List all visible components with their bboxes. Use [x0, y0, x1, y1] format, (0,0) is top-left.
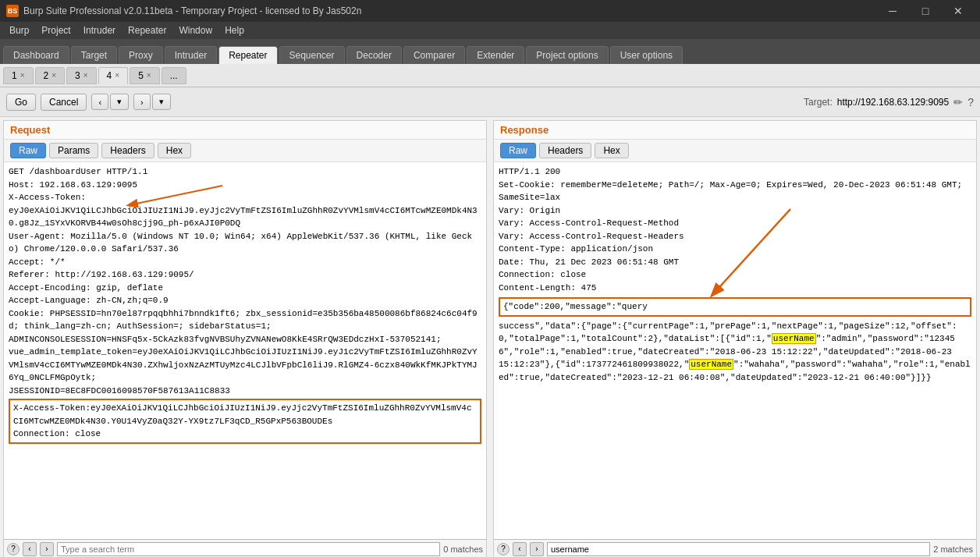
- close-tab-1-icon[interactable]: ×: [20, 71, 25, 80]
- titlebar: BS Burp Suite Professional v2.0.11beta -…: [0, 0, 980, 22]
- response-tab-headers[interactable]: Headers: [539, 143, 591, 158]
- maximize-button[interactable]: □: [910, 0, 941, 22]
- response-content[interactable]: HTTP/1.1 200 Set-Cookie: rememberMe=dele…: [494, 162, 976, 539]
- app-title: Burp Suite Professional v2.0.11beta - Te…: [23, 5, 877, 16]
- menu-help[interactable]: Help: [218, 23, 250, 37]
- cancel-button[interactable]: Cancel: [41, 94, 87, 111]
- request-search-count: 0 matches: [443, 545, 483, 554]
- tab-sequencer[interactable]: Sequencer: [279, 46, 345, 64]
- response-tabs: Raw Headers Hex: [494, 140, 976, 162]
- response-search-help-icon[interactable]: ?: [497, 543, 510, 555]
- request-tab-hex[interactable]: Hex: [158, 143, 191, 158]
- back-dropdown-button[interactable]: ▾: [110, 94, 129, 110]
- request-title: Request: [4, 121, 486, 140]
- response-search-input[interactable]: [547, 542, 930, 556]
- tab-decoder[interactable]: Decoder: [346, 46, 402, 64]
- repeater-tab-4[interactable]: 4 ×: [98, 67, 129, 84]
- repeater-tab-5[interactable]: 5 ×: [130, 67, 160, 84]
- request-content[interactable]: GET /dashboardUser HTTP/1.1 Host: 192.16…: [4, 162, 486, 539]
- nav-forward-group: › ▾: [133, 94, 171, 110]
- response-tab-raw[interactable]: Raw: [500, 143, 536, 158]
- repeater-tabs: 1 × 2 × 3 × 4 × 5 × ...: [0, 64, 980, 87]
- response-json-box: {"code":200,"message":"query: [499, 297, 971, 317]
- repeater-tab-2[interactable]: 2 ×: [35, 67, 66, 84]
- request-search-prev-button[interactable]: ‹: [23, 542, 37, 556]
- menu-project[interactable]: Project: [35, 23, 76, 37]
- response-search-next-button[interactable]: ›: [530, 542, 544, 556]
- response-tab-hex[interactable]: Hex: [595, 143, 628, 158]
- nav-back-group: ‹ ▾: [91, 94, 129, 110]
- response-header-text: HTTP/1.1 200 Set-Cookie: rememberMe=dele…: [499, 165, 971, 294]
- close-tab-3-icon[interactable]: ×: [83, 71, 88, 80]
- tab-target[interactable]: Target: [71, 46, 117, 64]
- main-navigation: Dashboard Target Proxy Intruder Repeater…: [0, 39, 980, 64]
- response-search-count: 2 matches: [933, 545, 973, 554]
- tab-comparer[interactable]: Comparer: [403, 46, 465, 64]
- edit-target-icon[interactable]: ✏: [953, 96, 963, 108]
- response-title: Response: [494, 121, 976, 140]
- request-tab-raw[interactable]: Raw: [10, 143, 46, 158]
- forward-dropdown-button[interactable]: ▾: [152, 94, 171, 110]
- response-search-bar: ? ‹ › 2 matches: [494, 539, 976, 557]
- target-url: http://192.168.63.129:9095: [837, 97, 949, 108]
- window-controls: ─ □ ✕: [877, 0, 974, 22]
- tab-user-options[interactable]: User options: [610, 46, 683, 64]
- response-json-start: {"code":200,"message":"query: [503, 302, 648, 311]
- close-button[interactable]: ✕: [943, 0, 974, 22]
- tab-repeater[interactable]: Repeater: [218, 46, 277, 64]
- request-text: GET /dashboardUser HTTP/1.1 Host: 192.16…: [9, 165, 481, 397]
- target-label: Target:: [804, 97, 833, 108]
- username-highlight-1: userName: [772, 333, 816, 344]
- tab-proxy[interactable]: Proxy: [119, 46, 163, 64]
- tab-intruder[interactable]: Intruder: [165, 46, 217, 64]
- close-tab-5-icon[interactable]: ×: [147, 71, 151, 80]
- tab-dashboard[interactable]: Dashboard: [3, 46, 69, 64]
- menu-repeater[interactable]: Repeater: [122, 23, 172, 37]
- response-search-prev-button[interactable]: ‹: [513, 542, 527, 556]
- toolbar: Go Cancel ‹ ▾ › ▾ Target: http://192.168…: [0, 87, 980, 117]
- response-panel: Response Raw Headers Hex HTTP/1.1 200 Se…: [493, 120, 977, 557]
- tab-project-options[interactable]: Project options: [526, 46, 608, 64]
- request-tab-headers[interactable]: Headers: [101, 143, 154, 158]
- request-highlight-box: X-Access-Token:eyJ0eXAiOiJKV1QiLCJhbGciO…: [9, 399, 481, 444]
- request-tabs: Raw Params Headers Hex: [4, 140, 486, 162]
- menu-intruder[interactable]: Intruder: [77, 23, 122, 37]
- request-search-help-icon[interactable]: ?: [7, 543, 20, 555]
- repeater-tab-1[interactable]: 1 ×: [3, 67, 34, 84]
- main-content: Request Raw Params Headers Hex GET /dash…: [0, 117, 980, 557]
- close-tab-2-icon[interactable]: ×: [51, 71, 56, 80]
- app-icon: BS: [6, 5, 19, 17]
- menubar: Burp Project Intruder Repeater Window He…: [0, 22, 980, 39]
- target-info: Target: http://192.168.63.129:9095 ✏ ?: [804, 96, 974, 108]
- repeater-tab-more[interactable]: ...: [162, 67, 186, 84]
- menu-burp[interactable]: Burp: [3, 23, 35, 37]
- forward-button[interactable]: ›: [133, 94, 151, 110]
- go-button[interactable]: Go: [6, 94, 36, 111]
- back-button[interactable]: ‹: [91, 94, 108, 110]
- response-json-body: success","data":{"page":{"currentPage":1…: [499, 320, 971, 385]
- request-tab-params[interactable]: Params: [49, 143, 98, 158]
- request-search-input[interactable]: [57, 542, 440, 556]
- username-highlight-2: userName: [689, 359, 733, 370]
- request-search-bar: ? ‹ › 0 matches: [4, 539, 486, 557]
- minimize-button[interactable]: ─: [877, 0, 908, 22]
- tab-extender[interactable]: Extender: [467, 46, 524, 64]
- request-search-next-button[interactable]: ›: [40, 542, 54, 556]
- target-help-icon[interactable]: ?: [968, 96, 974, 108]
- close-tab-4-icon[interactable]: ×: [115, 71, 119, 80]
- repeater-tab-3[interactable]: 3 ×: [66, 67, 97, 84]
- request-panel: Request Raw Params Headers Hex GET /dash…: [3, 120, 487, 557]
- menu-window[interactable]: Window: [172, 23, 218, 37]
